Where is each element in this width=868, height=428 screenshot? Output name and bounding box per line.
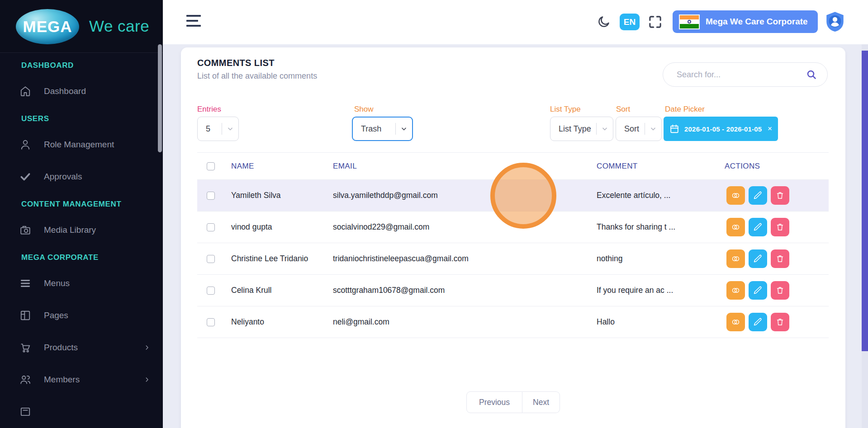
delete-button[interactable] xyxy=(771,249,789,268)
brand-name: MEGA xyxy=(23,18,72,36)
cell-name: Celina Krull xyxy=(231,275,333,306)
row-checkbox[interactable] xyxy=(207,255,215,263)
row-checkbox[interactable] xyxy=(207,223,215,231)
table-row: Celina Krull scotttgraham10678@gmail.com… xyxy=(197,275,829,306)
edit-button[interactable] xyxy=(749,313,767,331)
edit-button[interactable] xyxy=(749,186,767,205)
column-header-actions: ACTIONS xyxy=(725,153,829,180)
sidebar-item-menus[interactable]: Menus xyxy=(0,274,163,292)
search-icon[interactable] xyxy=(806,69,817,80)
search-input[interactable] xyxy=(663,62,828,87)
restore-button[interactable] xyxy=(726,186,745,205)
chevron-down-icon xyxy=(222,125,238,132)
sidebar-item-label: Media Library xyxy=(44,225,96,235)
nav-section-mega-corporate: MEGA CORPORATE Menus Pages Products Memb… xyxy=(0,253,163,421)
document-icon xyxy=(19,406,31,418)
table-header-row: NAME EMAIL COMMENT ACTIONS xyxy=(197,153,829,180)
calendar-icon xyxy=(669,124,679,134)
sidebar-item-approvals[interactable]: Approvals xyxy=(0,168,163,186)
cell-name: vinod gupta xyxy=(231,212,333,243)
user-avatar-icon[interactable] xyxy=(824,10,846,33)
sidebar-item-pages[interactable]: Pages xyxy=(0,306,163,325)
cell-comment: Thanks for sharing t ... xyxy=(597,212,725,243)
sort-label: Sort xyxy=(616,105,630,114)
sidebar-nav: DASHBOARD Dashboard USERS Role Managemen… xyxy=(0,53,163,421)
sidebar-item-products[interactable]: Products xyxy=(0,339,163,357)
column-header-email: EMAIL xyxy=(333,153,597,180)
cell-email: socialvinod229@gmail.com xyxy=(333,212,597,243)
delete-button[interactable] xyxy=(771,313,789,331)
edit-button[interactable] xyxy=(749,249,767,268)
date-range-value: 2026-01-05 - 2026-01-05 xyxy=(684,125,762,133)
delete-button[interactable] xyxy=(771,218,789,236)
hamburger-menu-icon[interactable] xyxy=(186,15,201,28)
column-header-comment: COMMENT xyxy=(597,153,725,180)
entries-value: 5 xyxy=(198,124,218,134)
date-picker-label: Date Picker xyxy=(665,105,705,114)
main-content: COMMENTS LIST List of all the available … xyxy=(163,44,868,428)
edit-button[interactable] xyxy=(749,281,767,300)
org-switcher-label: Mega We Care Corporate xyxy=(706,17,808,27)
select-all-checkbox[interactable] xyxy=(207,162,215,170)
table-row: Christine Lee Tridanio tridaniochristine… xyxy=(197,243,829,275)
sidebar-item-label: Members xyxy=(44,375,80,385)
language-badge[interactable]: EN xyxy=(620,14,640,30)
user-icon xyxy=(19,139,31,151)
restore-button[interactable] xyxy=(726,218,745,236)
chevron-right-icon xyxy=(144,376,150,383)
restore-button[interactable] xyxy=(726,313,745,331)
sidebar-item-label: Menus xyxy=(44,278,70,288)
brand-logo[interactable]: MEGA We care xyxy=(0,0,163,53)
show-select[interactable]: Trash xyxy=(352,117,413,141)
chevron-down-icon xyxy=(597,125,613,132)
org-switcher-button[interactable]: Mega We Care Corporate xyxy=(673,10,818,33)
section-label-mega-corporate: MEGA CORPORATE xyxy=(0,253,163,262)
delete-button[interactable] xyxy=(771,281,789,300)
page-scrollbar-track[interactable] xyxy=(862,44,868,428)
date-picker-chip[interactable]: 2026-01-05 - 2026-01-05 × xyxy=(664,117,778,141)
sidebar-item-label: Approvals xyxy=(44,172,82,182)
cell-name: Neliyanto xyxy=(231,306,333,338)
comments-card: COMMENTS LIST List of all the available … xyxy=(181,47,845,428)
entries-select[interactable]: 5 xyxy=(197,117,239,141)
sidebar-item-members[interactable]: Members xyxy=(0,371,163,389)
row-checkbox[interactable] xyxy=(207,287,215,295)
delete-button[interactable] xyxy=(771,186,789,205)
previous-page-button[interactable]: Previous xyxy=(466,391,522,413)
sidebar-item-label: Pages xyxy=(44,310,68,320)
table-row: vinod gupta socialvinod229@gmail.com Tha… xyxy=(197,212,829,243)
chevron-down-icon xyxy=(396,125,412,132)
next-page-button[interactable]: Next xyxy=(522,391,560,413)
nav-section-dashboard: DASHBOARD Dashboard xyxy=(0,61,163,100)
cell-email: silva.yamilethddp@gmail.com xyxy=(333,180,597,212)
column-header-name: NAME xyxy=(231,153,333,180)
mega-logo-oval: MEGA xyxy=(16,9,79,44)
page-scrollbar-thumb[interactable] xyxy=(862,51,868,351)
cell-comment: nothing xyxy=(597,243,725,275)
fullscreen-icon[interactable] xyxy=(648,15,662,29)
pagination: Previous Next xyxy=(197,391,829,413)
sort-value: Sort xyxy=(616,124,641,134)
sidebar: MEGA We care DASHBOARD Dashboard USERS R… xyxy=(0,0,163,428)
sidebar-item-label: Products xyxy=(44,343,78,353)
sort-select[interactable]: Sort xyxy=(616,117,662,141)
chevron-right-icon xyxy=(144,344,150,351)
sidebar-item-role-management[interactable]: Role Management xyxy=(0,136,163,154)
edit-button[interactable] xyxy=(749,218,767,236)
list-type-select[interactable]: List Type xyxy=(550,117,613,141)
row-checkbox[interactable] xyxy=(207,318,215,326)
sidebar-item-partial[interactable] xyxy=(0,403,163,421)
cell-comment: Hallo xyxy=(597,306,725,338)
date-clear-icon[interactable]: × xyxy=(768,124,772,133)
sidebar-item-media-library[interactable]: Media Library xyxy=(0,221,163,239)
dark-mode-moon-icon[interactable] xyxy=(597,15,611,28)
row-checkbox[interactable] xyxy=(207,192,215,200)
restore-button[interactable] xyxy=(726,249,745,268)
sidebar-item-dashboard[interactable]: Dashboard xyxy=(0,82,163,100)
list-type-label: List Type xyxy=(550,105,581,114)
home-icon xyxy=(19,85,31,97)
show-value: Trash xyxy=(353,124,392,134)
restore-button[interactable] xyxy=(726,281,745,300)
layout-icon xyxy=(19,310,31,321)
nav-section-users: USERS Role Management Approvals xyxy=(0,114,163,186)
